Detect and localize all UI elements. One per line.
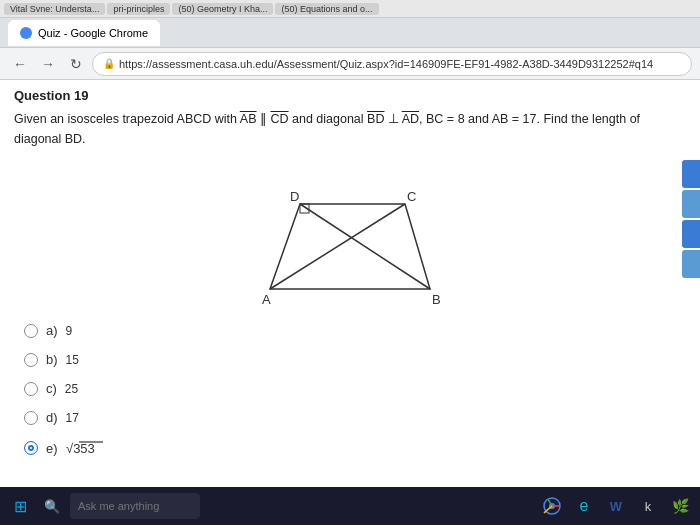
- taskbar: ⊞ 🔍 e W k 🌿: [0, 487, 700, 525]
- choice-d-key: d): [46, 410, 58, 425]
- choice-c[interactable]: c) 25: [24, 381, 686, 396]
- search-icon: 🔍: [44, 499, 60, 514]
- label-d: D: [290, 189, 299, 204]
- tab-vital[interactable]: Vital Svne: Understa...: [4, 3, 105, 15]
- tab-pri[interactable]: pri-principles: [107, 3, 170, 15]
- page-content: Question 19 Given an isosceles trapezoid…: [0, 80, 700, 487]
- sidebar-tab-3[interactable]: [682, 220, 700, 248]
- back-button[interactable]: ←: [8, 52, 32, 76]
- question-text: Given an isosceles trapezoid ABCD with A…: [14, 109, 686, 149]
- url-text: https://assessment.casa.uh.edu/Assessmen…: [119, 58, 653, 70]
- choice-c-key: c): [46, 381, 57, 396]
- k-taskbar-icon[interactable]: k: [634, 492, 662, 520]
- windows-icon: ⊞: [14, 497, 27, 516]
- radio-c[interactable]: [24, 382, 38, 396]
- k-icon: k: [645, 499, 652, 514]
- choice-a-key: a): [46, 323, 58, 338]
- choice-b-key: b): [46, 352, 58, 367]
- tab-equations[interactable]: (50) Equations and o...: [275, 3, 378, 15]
- address-bar[interactable]: 🔒 https://assessment.casa.uh.edu/Assessm…: [92, 52, 692, 76]
- chrome-taskbar-icon[interactable]: [538, 492, 566, 520]
- choice-d-value: 17: [66, 411, 79, 425]
- choice-a-value: 9: [66, 324, 73, 338]
- browser-tabs-bar: Vital Svne: Understa... pri-principles (…: [0, 0, 700, 18]
- windows-button[interactable]: ⊞: [6, 492, 34, 520]
- choice-d[interactable]: d) 17: [24, 410, 686, 425]
- taskbar-search-input[interactable]: [70, 493, 200, 519]
- radio-b[interactable]: [24, 353, 38, 367]
- diagonal-bd: [300, 204, 430, 289]
- right-sidebar: [682, 160, 700, 278]
- tab-favicon: [20, 27, 32, 39]
- chrome-icon: [543, 497, 561, 515]
- radio-e[interactable]: [24, 441, 38, 455]
- label-b: B: [432, 292, 441, 307]
- bd-overline: BD: [367, 112, 384, 126]
- radio-a[interactable]: [24, 324, 38, 338]
- lock-icon: 🔒: [103, 58, 115, 69]
- tab-geometry[interactable]: (50) Geometry I Kha...: [172, 3, 273, 15]
- word-taskbar-icon[interactable]: W: [602, 492, 630, 520]
- question-intro: Given an isosceles trapezoid ABCD with A…: [14, 112, 640, 146]
- svg-text:√353: √353: [66, 441, 95, 456]
- plant-taskbar-icon[interactable]: 🌿: [666, 492, 694, 520]
- choice-c-value: 25: [65, 382, 78, 396]
- sqrt-symbol: √353: [66, 439, 104, 457]
- sidebar-tab-1[interactable]: [682, 160, 700, 188]
- browser-toolbar: ← → ↻ 🔒 https://assessment.casa.uh.edu/A…: [0, 48, 700, 80]
- trapezoid-shape: [270, 204, 430, 289]
- sidebar-tab-4[interactable]: [682, 250, 700, 278]
- trapezoid-svg: A B C D: [220, 159, 480, 309]
- label-c: C: [407, 189, 416, 204]
- diagonal-ac: [270, 204, 405, 289]
- ad-overline: AD: [402, 112, 419, 126]
- plant-icon: 🌿: [672, 498, 689, 514]
- ab-overline: AB: [240, 112, 257, 126]
- choice-b[interactable]: b) 15: [24, 352, 686, 367]
- word-icon: W: [610, 499, 622, 514]
- choice-e[interactable]: e) √353: [24, 439, 686, 457]
- choice-a[interactable]: a) 9: [24, 323, 686, 338]
- browser-titlebar: Quiz - Google Chrome: [0, 18, 700, 48]
- forward-button[interactable]: →: [36, 52, 60, 76]
- choice-b-value: 15: [66, 353, 79, 367]
- choice-e-key: e): [46, 441, 58, 456]
- search-taskbar-icon[interactable]: 🔍: [38, 492, 66, 520]
- tab-title: Quiz - Google Chrome: [38, 27, 148, 39]
- radio-d[interactable]: [24, 411, 38, 425]
- question-number: Question 19: [14, 88, 686, 103]
- edge-taskbar-icon[interactable]: e: [570, 492, 598, 520]
- answer-choices: a) 9 b) 15 c) 25 d) 17 e) √353: [24, 323, 686, 457]
- active-tab[interactable]: Quiz - Google Chrome: [8, 20, 160, 46]
- sidebar-tab-2[interactable]: [682, 190, 700, 218]
- edge-icon: e: [580, 497, 589, 515]
- cd-overline: CD: [270, 112, 288, 126]
- label-a: A: [262, 292, 271, 307]
- refresh-button[interactable]: ↻: [64, 52, 88, 76]
- diagram: A B C D: [14, 159, 686, 309]
- choice-e-value: √353: [66, 439, 104, 457]
